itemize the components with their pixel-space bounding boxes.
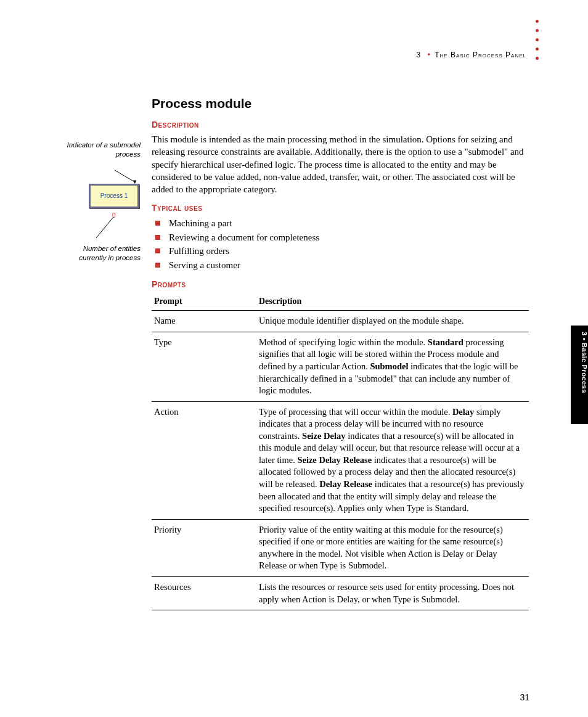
svg-line-1 bbox=[96, 217, 113, 238]
list-item: Machining a part bbox=[155, 216, 529, 231]
description-cell: Lists the resources or resource sets use… bbox=[256, 576, 529, 610]
description-cell: Unique module identifier displayed on th… bbox=[256, 311, 529, 332]
header-dots-icon bbox=[536, 20, 539, 60]
running-header: 3 • The Basic Process Panel bbox=[417, 51, 526, 59]
process-module-label: Process 1 bbox=[100, 192, 128, 199]
description-body: This module is intended as the main proc… bbox=[152, 133, 529, 195]
prompt-cell: Type bbox=[152, 332, 256, 401]
bullet-icon: • bbox=[581, 338, 588, 343]
list-item: Reviewing a document for completeness bbox=[155, 231, 529, 245]
description-cell: Type of processing that will occur withi… bbox=[256, 401, 529, 519]
main-content: Process module Description This module i… bbox=[152, 96, 529, 610]
annotation-top-caption: Indicator of a submodel process bbox=[54, 141, 141, 159]
svg-line-0 bbox=[115, 170, 136, 182]
section-heading-prompts: Prompts bbox=[152, 279, 529, 289]
prompts-table: Prompt Description NameUnique module ide… bbox=[152, 293, 529, 610]
table-row: ActionType of processing that will occur… bbox=[152, 401, 529, 519]
header-chapter-title: The Basic Process Panel bbox=[435, 51, 526, 59]
margin-annotation: Indicator of a submodel process ▾ Proces… bbox=[54, 141, 141, 263]
prompt-cell: Resources bbox=[152, 576, 256, 610]
prompt-cell: Priority bbox=[152, 519, 256, 576]
prompt-cell: Name bbox=[152, 311, 256, 332]
table-row: NameUnique module identifier displayed o… bbox=[152, 311, 529, 332]
section-heading-typical-uses: Typical uses bbox=[152, 203, 529, 213]
process-block-diagram: ▾ Process 1 0 bbox=[83, 164, 144, 269]
page-title: Process module bbox=[152, 96, 529, 111]
thumb-tab-chapter: 3 bbox=[581, 332, 588, 336]
process-module-shape: Process 1 bbox=[89, 184, 139, 208]
prompt-cell: Action bbox=[152, 401, 256, 519]
section-heading-description: Description bbox=[152, 120, 529, 129]
bullet-icon: • bbox=[428, 51, 431, 59]
table-row: PriorityPriority value of the entity wai… bbox=[152, 519, 529, 576]
description-cell: Method of specifying logic within the mo… bbox=[256, 332, 529, 401]
page-number: 31 bbox=[520, 692, 529, 702]
typical-uses-list: Machining a part Reviewing a document fo… bbox=[152, 216, 529, 272]
thumb-tab-label: Basic Process bbox=[581, 343, 588, 393]
list-item: Fulfilling orders bbox=[155, 244, 529, 258]
col-header-prompt: Prompt bbox=[152, 293, 256, 311]
header-chapter-num: 3 bbox=[417, 51, 421, 59]
list-item: Serving a customer bbox=[155, 258, 529, 272]
description-cell: Priority value of the entity waiting at … bbox=[256, 519, 529, 576]
table-row: TypeMethod of specifying logic within th… bbox=[152, 332, 529, 401]
table-row: ResourcesLists the resources or resource… bbox=[152, 576, 529, 610]
thumb-tab: 3 • Basic Process bbox=[571, 326, 588, 424]
col-header-description: Description bbox=[256, 293, 529, 311]
